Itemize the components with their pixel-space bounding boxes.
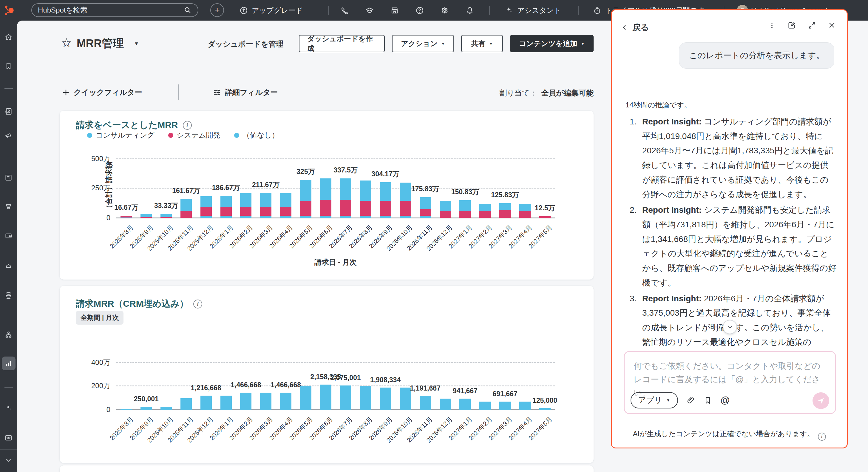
bar-segment-コンサルティング[interactable] xyxy=(340,178,351,200)
bar-segment-システム開発[interactable] xyxy=(260,207,272,216)
bar-segment-請求MRR[interactable] xyxy=(200,395,212,410)
bar-segment-コンサルティング[interactable] xyxy=(280,193,291,207)
bar-segment-システム開発[interactable] xyxy=(121,216,132,217)
sidebar-item-bookmarks[interactable] xyxy=(2,59,16,73)
info-icon[interactable]: i xyxy=(183,121,192,130)
bar-segment-コンサルティング[interactable] xyxy=(141,214,152,217)
bar-segment-請求MRR[interactable] xyxy=(479,402,491,410)
sidebar-item-development[interactable] xyxy=(2,431,16,445)
academy-button[interactable] xyxy=(365,0,375,21)
bar-segment-請求MRR[interactable] xyxy=(181,398,192,410)
bar-segment-（値なし）[interactable] xyxy=(400,216,411,218)
bar-segment-請求MRR[interactable] xyxy=(240,393,251,410)
back-button[interactable]: 戻る xyxy=(621,22,649,33)
at-mention-icon[interactable]: @ xyxy=(720,395,730,406)
share-button[interactable]: 共有▼ xyxy=(461,35,503,52)
bar-segment-（値なし）[interactable] xyxy=(380,216,391,218)
bar-segment-コンサルティング[interactable] xyxy=(160,214,172,217)
search-input[interactable]: HubSpotを検索 xyxy=(31,3,198,17)
quick-filter-button[interactable]: クイックフィルター xyxy=(62,87,142,97)
page-title[interactable]: MRR管理 xyxy=(77,36,124,51)
expand-icon[interactable] xyxy=(807,21,816,30)
chevron-down-icon[interactable]: ▼ xyxy=(134,41,139,47)
sidebar-item-data-management[interactable] xyxy=(2,289,16,302)
bar-segment-コンサルティング[interactable] xyxy=(260,193,272,207)
bar-segment-請求MRR[interactable] xyxy=(300,386,311,410)
bar-segment-請求MRR[interactable] xyxy=(519,402,531,410)
bar-segment-システム開発[interactable] xyxy=(340,200,351,216)
reasoning-note[interactable]: 14秒間の推論です。 xyxy=(625,100,691,110)
sidebar-item-automations[interactable] xyxy=(2,328,16,342)
favorite-star-icon[interactable]: ☆ xyxy=(61,37,72,49)
bar-segment-請求MRR[interactable] xyxy=(320,385,331,410)
bar-segment-システム開発[interactable] xyxy=(539,216,551,218)
add-content-button[interactable]: コンテンツを追加▼ xyxy=(510,35,594,52)
bar-segment-コンサルティング[interactable] xyxy=(499,203,511,211)
bar-segment-（値なし）[interactable] xyxy=(260,216,272,218)
bar-segment-コンサルティング[interactable] xyxy=(400,183,411,201)
bar-segment-請求MRR[interactable] xyxy=(400,388,411,410)
apps-dropdown[interactable]: アプリ▼ xyxy=(630,392,678,409)
bar-segment-（値なし）[interactable] xyxy=(200,216,212,218)
bar-segment-システム開発[interactable] xyxy=(420,209,431,216)
calling-button[interactable] xyxy=(339,0,349,21)
scroll-to-bottom-button[interactable] xyxy=(723,320,737,334)
sidebar-item-breeze-ai[interactable] xyxy=(2,401,16,415)
bar-segment-システム開発[interactable] xyxy=(440,211,451,218)
kebab-menu-icon[interactable] xyxy=(768,22,776,29)
bar-segment-請求MRR[interactable] xyxy=(340,385,351,410)
bar-segment-請求MRR[interactable] xyxy=(260,393,272,410)
info-icon[interactable]: i xyxy=(193,299,202,308)
bar-segment-請求MRR[interactable] xyxy=(440,399,451,410)
bar-segment-コンサルティング[interactable] xyxy=(360,180,371,201)
bar-segment-システム開発[interactable] xyxy=(479,211,491,218)
bar-segment-システム開発[interactable] xyxy=(220,207,232,216)
bar-segment-コンサルティング[interactable] xyxy=(200,196,212,207)
bar-segment-システム開発[interactable] xyxy=(141,217,152,218)
bar-segment-請求MRR[interactable] xyxy=(420,396,431,410)
bar-segment-コンサルティング[interactable] xyxy=(380,182,391,201)
create-dashboard-button[interactable]: ダッシュボードを作成 xyxy=(299,35,385,52)
paperclip-icon[interactable] xyxy=(686,396,695,405)
bar-segment-システム開発[interactable] xyxy=(380,201,391,216)
bar-segment-システム開発[interactable] xyxy=(300,201,311,216)
bar-segment-システム開発[interactable] xyxy=(360,201,371,216)
sidebar-item-crm[interactable] xyxy=(2,105,16,118)
bar-segment-コンサルティング[interactable] xyxy=(181,199,192,211)
legend-item[interactable]: （値なし） xyxy=(234,130,279,140)
bar-segment-請求MRR[interactable] xyxy=(539,408,551,410)
bookmark-icon[interactable] xyxy=(704,396,712,405)
bar-segment-コンサルティング[interactable] xyxy=(519,204,531,210)
bar-segment-請求MRR[interactable] xyxy=(499,402,511,410)
sidebar-item-service[interactable] xyxy=(2,259,16,272)
bar-segment-システム開発[interactable] xyxy=(499,210,511,218)
advanced-filter-button[interactable]: 詳細フィルター xyxy=(212,87,278,97)
bar-segment-コンサルティング[interactable] xyxy=(240,193,251,207)
settings-icon[interactable] xyxy=(440,0,450,21)
bar-segment-コンサルティング[interactable] xyxy=(320,178,331,200)
bar-segment-コンサルティング[interactable] xyxy=(220,196,232,207)
bar-segment-システム開発[interactable] xyxy=(400,201,411,216)
bar-segment-請求MRR[interactable] xyxy=(280,393,291,410)
bar-segment-請求MRR[interactable] xyxy=(160,407,172,410)
bar-segment-（値なし）[interactable] xyxy=(121,217,132,218)
sidebar-item-home[interactable] xyxy=(2,30,16,43)
upgrade-button[interactable]: アップグレード xyxy=(239,0,303,21)
notifications-icon[interactable] xyxy=(465,0,475,21)
bar-segment-請求MRR[interactable] xyxy=(121,409,132,410)
bar-segment-請求MRR[interactable] xyxy=(380,388,391,410)
bar-segment-システム開発[interactable] xyxy=(160,217,172,218)
bar-segment-システム開発[interactable] xyxy=(200,207,212,216)
bar-segment-（値なし）[interactable] xyxy=(240,216,251,218)
bar-segment-請求MRR[interactable] xyxy=(360,386,371,410)
bar-segment-システム開発[interactable] xyxy=(280,207,291,216)
bar-segment-（値なし）[interactable] xyxy=(360,216,371,218)
sidebar-item-reporting[interactable] xyxy=(2,357,16,370)
legend-item[interactable]: コンサルティング xyxy=(87,130,155,140)
send-button[interactable] xyxy=(812,392,829,409)
bar-segment-コンサルティング[interactable] xyxy=(479,204,491,211)
bar-segment-システム開発[interactable] xyxy=(181,211,192,218)
sidebar-collapse-button[interactable] xyxy=(2,453,16,467)
assignment-status[interactable]: 割り当て：全員が編集可能 xyxy=(499,88,594,98)
bar-segment-（値なし）[interactable] xyxy=(220,216,232,218)
